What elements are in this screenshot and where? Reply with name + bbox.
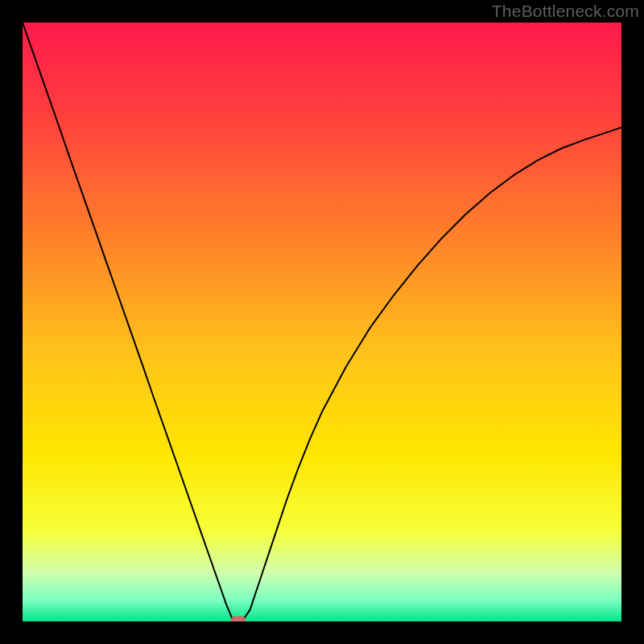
minimum-marker	[231, 617, 246, 621]
svg-rect-0	[231, 617, 246, 621]
chart-frame: TheBottleneck.com	[0, 0, 644, 644]
watermark-text: TheBottleneck.com	[492, 2, 639, 21]
gradient-background	[23, 23, 621, 621]
plot-area	[23, 23, 621, 621]
chart-svg	[23, 23, 621, 621]
